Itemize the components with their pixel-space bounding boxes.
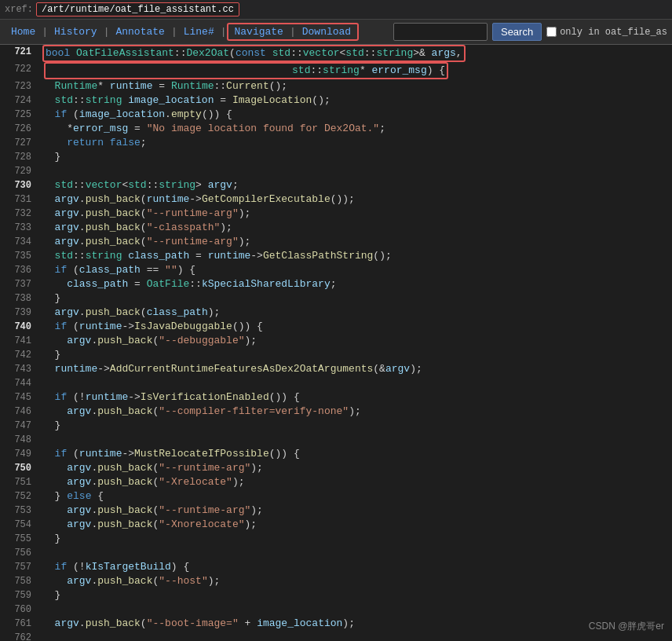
nav-sep-4: | bbox=[221, 26, 227, 38]
table-row: 723 Runtime* runtime = Runtime::Current(… bbox=[0, 79, 672, 93]
line-content: argv.push_back("-Xrelocate"); bbox=[38, 475, 245, 489]
line-number: 737 bbox=[0, 277, 38, 291]
line-content: } else { bbox=[38, 489, 104, 504]
line-number: 758 bbox=[0, 574, 38, 588]
nav-download[interactable]: Download bbox=[296, 24, 357, 39]
table-row: 748 bbox=[0, 433, 672, 447]
nav-navigate[interactable]: Navigate bbox=[228, 24, 290, 39]
line-content: argv.push_back(class_path); bbox=[38, 306, 220, 320]
table-row: 758 argv.push_back("--host"); bbox=[0, 574, 672, 588]
table-row: 733 argv.push_back("-classpath"); bbox=[0, 221, 672, 235]
nav-annotate[interactable]: Annotate bbox=[109, 23, 170, 41]
search-option-label: only in oat_file_as bbox=[560, 27, 667, 38]
line-content: Runtime* runtime = Runtime::Current(); bbox=[38, 79, 287, 93]
line-content: argv.push_back(runtime->GetCompilerExecu… bbox=[38, 192, 355, 207]
line-content: *error_msg = "No image location found fo… bbox=[38, 122, 385, 136]
table-row: 734 argv.push_back("--runtime-arg"); bbox=[0, 235, 672, 249]
nav-line[interactable]: Line# bbox=[177, 23, 221, 41]
line-content bbox=[38, 433, 49, 447]
line-content: runtime->AddCurrentRuntimeFeaturesAsDex2… bbox=[38, 362, 422, 376]
table-row: 721 bool OatFileAssistant::Dex2Oat(const… bbox=[0, 45, 672, 62]
table-row: 725 if (image_location.empty()) { bbox=[0, 108, 672, 122]
line-content: argv.push_back("--runtime-arg"); bbox=[38, 461, 263, 475]
line-content: if (runtime->IsJavaDebuggable()) { bbox=[38, 320, 263, 334]
table-row: 729 bbox=[0, 164, 672, 178]
nav-history[interactable]: History bbox=[48, 23, 104, 41]
line-content: } bbox=[38, 150, 60, 164]
line-content bbox=[38, 164, 49, 178]
nav-home[interactable]: Home bbox=[5, 23, 42, 41]
table-row: 755 } bbox=[0, 532, 672, 546]
line-content: } bbox=[38, 588, 60, 603]
table-row: 731 argv.push_back(runtime->GetCompilerE… bbox=[0, 192, 672, 207]
line-number: 728 bbox=[0, 150, 38, 164]
line-content: std::string image_location = ImageLocati… bbox=[38, 93, 331, 108]
table-row: 754 argv.push_back("-Xnorelocate"); bbox=[0, 518, 672, 532]
nav-sep-1: | bbox=[42, 26, 48, 38]
line-number: 731 bbox=[0, 192, 38, 207]
line-number: 721 bbox=[0, 45, 38, 59]
search-input[interactable] bbox=[393, 23, 488, 41]
table-row: 762 bbox=[0, 631, 672, 641]
line-content: } bbox=[38, 348, 60, 362]
table-row: 745 if (!runtime->IsVerificationEnabled(… bbox=[0, 390, 672, 405]
line-number: 727 bbox=[0, 136, 38, 150]
search-button[interactable]: Search bbox=[492, 23, 542, 41]
line-number: 732 bbox=[0, 207, 38, 221]
line-number: 736 bbox=[0, 263, 38, 277]
nav-sep-2: | bbox=[104, 26, 110, 38]
line-content: argv.push_back("--runtime-arg"); bbox=[38, 207, 250, 221]
watermark: CSDN @胖虎哥er bbox=[589, 620, 664, 633]
line-number: 723 bbox=[0, 79, 38, 93]
table-row: 739 argv.push_back(class_path); bbox=[0, 306, 672, 320]
line-number: 760 bbox=[0, 603, 38, 617]
line-number: 725 bbox=[0, 108, 38, 122]
table-row: 737 class_path = OatFile::kSpecialShared… bbox=[0, 277, 672, 291]
table-row: 735 std::string class_path = runtime->Ge… bbox=[0, 249, 672, 263]
line-content: return false; bbox=[38, 136, 147, 150]
line-number: 753 bbox=[0, 504, 38, 518]
line-content: argv.push_back("--runtime-arg"); bbox=[38, 235, 250, 249]
line-content: if (runtime->MustRelocateIfPossible()) { bbox=[38, 447, 300, 461]
table-row: 747 } bbox=[0, 419, 672, 433]
table-row: 722 std::string* error_msg) { bbox=[0, 62, 672, 79]
xref-label: xref: bbox=[5, 4, 33, 15]
line-number: 743 bbox=[0, 362, 38, 376]
table-row: 756 bbox=[0, 546, 672, 560]
table-row: 728 } bbox=[0, 150, 672, 164]
line-number: 762 bbox=[0, 631, 38, 641]
line-content: argv.push_back("--host"); bbox=[38, 574, 220, 588]
line-content bbox=[38, 603, 49, 617]
search-option-checkbox[interactable] bbox=[546, 27, 557, 37]
nav-bar: Home | History | Annotate | Line# | Navi… bbox=[0, 20, 672, 45]
line-number: 754 bbox=[0, 518, 38, 532]
line-number: 761 bbox=[0, 617, 38, 631]
line-number: 751 bbox=[0, 475, 38, 489]
table-row: 741 argv.push_back("--debuggable"); bbox=[0, 334, 672, 348]
line-number: 755 bbox=[0, 532, 38, 546]
table-row: 761 argv.push_back("--boot-image=" + ima… bbox=[0, 617, 672, 631]
xref-path[interactable]: /art/runtime/oat_file_assistant.cc bbox=[36, 2, 239, 16]
table-row: 726 *error_msg = "No image location foun… bbox=[0, 122, 672, 136]
table-row: 746 argv.push_back("--compiler-filter=ve… bbox=[0, 405, 672, 419]
table-row: 759 } bbox=[0, 588, 672, 603]
line-content: if (class_path == "") { bbox=[38, 263, 195, 277]
line-number: 747 bbox=[0, 419, 38, 433]
line-content bbox=[38, 546, 49, 560]
table-row: 730 std::vector<std::string> argv; bbox=[0, 178, 672, 192]
table-row: 732 argv.push_back("--runtime-arg"); bbox=[0, 207, 672, 221]
line-content: if (!kIsTargetBuild) { bbox=[38, 560, 189, 574]
line-content: if (image_location.empty()) { bbox=[38, 108, 232, 122]
line-content: argv.push_back("-classpath"); bbox=[38, 221, 232, 235]
nav-navigate-download-highlight: Navigate | Download bbox=[227, 23, 360, 41]
table-row: 724 std::string image_location = ImageLo… bbox=[0, 93, 672, 108]
search-option: only in oat_file_as bbox=[546, 27, 667, 38]
line-number: 738 bbox=[0, 291, 38, 306]
line-content bbox=[38, 376, 49, 390]
line-number: 740 bbox=[0, 320, 38, 334]
line-number: 748 bbox=[0, 433, 38, 447]
line-content: bool OatFileAssistant::Dex2Oat(const std… bbox=[38, 45, 466, 62]
line-number: 752 bbox=[0, 489, 38, 504]
line-content: std::vector<std::string> argv; bbox=[38, 178, 239, 192]
line-content bbox=[38, 631, 49, 641]
